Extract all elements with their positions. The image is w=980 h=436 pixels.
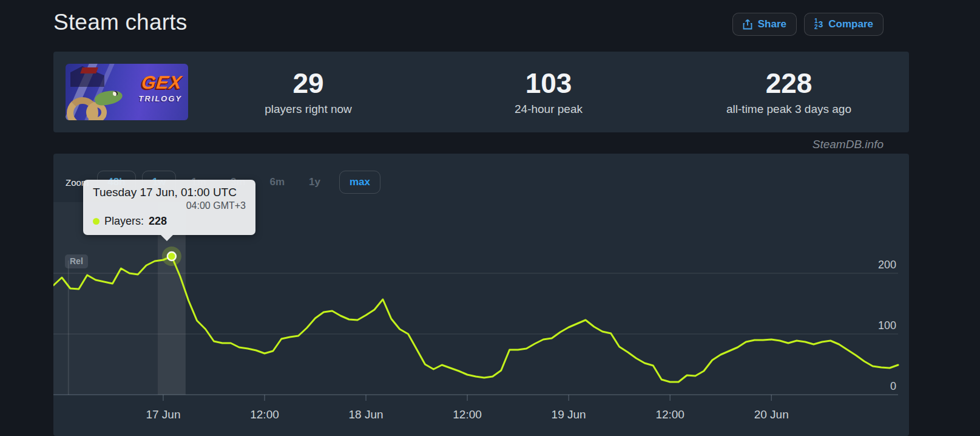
share-button[interactable]: Share (732, 13, 797, 36)
stat-alltime-peak: 228 all-time peak 3 days ago (669, 68, 909, 116)
stat-value: 103 (428, 68, 669, 99)
stat-label: 24-hour peak (428, 103, 669, 116)
series-color-dot (93, 218, 100, 225)
tooltip-value: 228 (149, 215, 167, 228)
game-logo: GEX TRILOGY (138, 73, 182, 103)
chart-panel: 010020017 Jun12:0018 Jun12:0019 Jun12:00… (53, 154, 909, 436)
y-axis-label-200: 200 (878, 259, 896, 271)
game-capsule-image: GEX TRILOGY (66, 64, 188, 120)
compare-button[interactable]: 1 2 3 Compare (804, 13, 884, 36)
y-axis-label-0: 0 (890, 380, 896, 392)
x-axis-label: 12:00 (453, 408, 482, 421)
tooltip-datetime: Tuesday 17 Jun, 01:00 UTC (93, 186, 246, 199)
steamdb-watermark: SteamDB.info (813, 138, 884, 151)
stat-24h-peak: 103 24-hour peak (428, 68, 669, 116)
page-title: Steam charts (53, 10, 187, 35)
capsule-background-shape (80, 67, 98, 73)
x-axis-label: 19 Jun (552, 408, 586, 421)
compare-icon: 1 2 3 (814, 18, 823, 30)
share-icon (743, 19, 752, 30)
gecko-eye (113, 91, 118, 96)
zoom-button-max[interactable]: max (339, 171, 380, 194)
game-logo-title: GEX (138, 73, 183, 92)
chart-tooltip: Tuesday 17 Jun, 01:00 UTC 04:00 GMT+3 Pl… (83, 180, 255, 235)
tooltip-series-row: Players: 228 (93, 215, 246, 228)
x-axis-label: 18 Jun (349, 408, 384, 421)
tooltip-series-label: Players: (104, 215, 144, 228)
zoom-button-1y[interactable]: 1y (300, 171, 329, 194)
compare-button-label: Compare (828, 18, 873, 30)
stat-label: players right now (188, 103, 428, 116)
share-button-label: Share (758, 18, 786, 30)
hover-point-marker (167, 252, 176, 261)
stat-label: all-time peak 3 days ago (669, 103, 909, 116)
zoom-button-6m[interactable]: 6m (260, 171, 294, 194)
tooltip-localtime: 04:00 GMT+3 (93, 200, 246, 211)
stat-value: 228 (669, 68, 909, 99)
stats-panel: GEX TRILOGY 29 players right now 103 24-… (53, 52, 909, 132)
game-logo-subtitle: TRILOGY (138, 95, 182, 103)
x-axis-label: 17 Jun (146, 408, 180, 421)
stat-value: 29 (188, 68, 428, 99)
x-axis-label: 12:00 (655, 408, 684, 421)
release-flag-badge: Rel (65, 254, 88, 268)
stat-players-now: 29 players right now (188, 68, 428, 116)
y-axis-label-100: 100 (878, 319, 896, 332)
x-axis-label: 12:00 (250, 408, 279, 421)
header-actions: Share 1 2 3 Compare (732, 13, 884, 36)
x-axis-label: 20 Jun (754, 408, 789, 421)
